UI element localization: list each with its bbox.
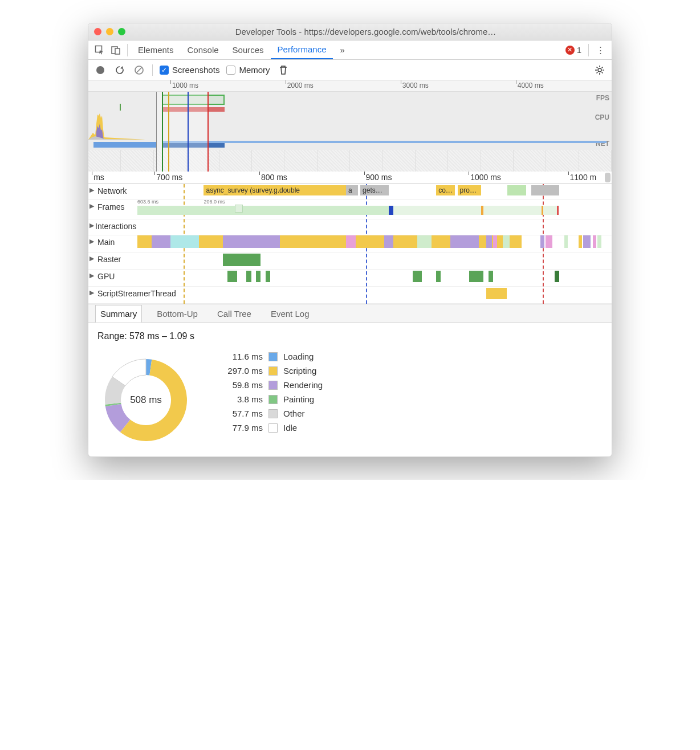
scrollbar-thumb[interactable] [605, 173, 611, 182]
tab-summary[interactable]: Summary [95, 305, 142, 323]
flame-chunk[interactable] [493, 235, 497, 248]
track-main[interactable]: ▶Main [88, 235, 612, 252]
close-window-button[interactable] [94, 28, 101, 35]
tab-event-log[interactable]: Event Log [266, 305, 314, 322]
track-network[interactable]: ▶Network async_survey (survey.g.doubleag… [88, 184, 612, 200]
overview-selection[interactable] [156, 92, 209, 172]
reload-button[interactable] [113, 64, 126, 76]
track-gpu[interactable]: ▶GPU [88, 270, 612, 287]
disclosure-icon[interactable]: ▶ [89, 186, 96, 194]
checkbox-icon [226, 66, 235, 75]
flame-chunk[interactable] [489, 235, 493, 248]
window-title: Developer Tools - https://developers.goo… [125, 27, 606, 36]
flame-chunk[interactable] [346, 235, 356, 248]
disclosure-icon[interactable]: ▶ [89, 238, 96, 245]
legend-value: 77.9 ms [217, 423, 263, 433]
network-request-bar[interactable]: co… [436, 185, 455, 195]
network-request-bar[interactable] [507, 185, 526, 195]
overview-timeline[interactable]: 1000 ms 2000 ms 3000 ms 4000 ms FPS CPU … [88, 80, 612, 172]
screenshots-label: Screenshots [172, 65, 219, 75]
flame-chunk[interactable] [579, 235, 583, 248]
garbage-collect-button[interactable] [277, 64, 290, 76]
legend-row: 77.9 msIdle [217, 423, 323, 433]
flame-chunk[interactable] [199, 235, 223, 248]
track-label: ScriptStreamerThread [97, 289, 176, 298]
window-controls [94, 28, 125, 35]
legend-swatch [268, 409, 278, 418]
track-script-streamer[interactable]: ▶ScriptStreamerThread [88, 287, 612, 304]
network-request-bar[interactable]: gets… [360, 185, 389, 195]
inspect-element-icon[interactable] [92, 42, 108, 58]
flame-chunk[interactable] [593, 235, 597, 248]
summary-panel: Range: 578 ms – 1.09 s 508 ms 11.6 msLoa… [88, 323, 612, 456]
disclosure-icon[interactable]: ▶ [89, 255, 96, 262]
flame-chunk[interactable] [223, 235, 280, 248]
flame-chunk[interactable] [479, 235, 486, 248]
flame-chunk[interactable] [137, 235, 152, 248]
flame-chunk[interactable] [417, 235, 432, 248]
legend-value: 297.0 ms [217, 366, 263, 376]
flame-chunk[interactable] [432, 235, 450, 248]
flame-chunk[interactable] [170, 235, 199, 248]
settings-gear-icon[interactable] [593, 64, 606, 76]
flame-chunk[interactable] [384, 235, 394, 248]
minimize-window-button[interactable] [106, 28, 113, 35]
tab-elements[interactable]: Elements [131, 40, 181, 59]
ruler-tick: 800 ms [261, 173, 287, 182]
summary-legend: 11.6 msLoading297.0 msScripting59.8 msRe… [217, 352, 323, 433]
error-count-badge[interactable]: ✕ 1 [565, 45, 581, 55]
flame-chunk[interactable] [540, 235, 544, 248]
detail-ruler[interactable]: ms 700 ms 800 ms 900 ms 1000 ms 1100 m [88, 172, 612, 184]
flame-chunk[interactable] [546, 235, 552, 248]
ruler-unit: ms [93, 173, 104, 182]
disclosure-icon[interactable]: ▶ [89, 202, 96, 210]
legend-label: Other [283, 409, 305, 418]
devtools-tabstrip: Elements Console Sources Performance » ✕… [88, 40, 612, 60]
device-toolbar-icon[interactable] [108, 42, 124, 58]
error-icon: ✕ [565, 46, 575, 55]
flame-chunk[interactable] [152, 235, 170, 248]
network-request-bar[interactable]: pro… [458, 185, 482, 195]
network-request-bar[interactable]: a [346, 185, 358, 195]
flame-chunk[interactable] [512, 235, 516, 248]
flame-chunk[interactable] [393, 235, 417, 248]
flame-chunk[interactable] [503, 235, 510, 248]
marker-line [207, 92, 209, 172]
frame-time-badge: 603.6 ms [137, 200, 158, 205]
track-interactions[interactable]: ▶Interactions [88, 219, 612, 235]
screenshots-checkbox[interactable]: ✓ Screenshots [160, 65, 219, 75]
clear-button[interactable] [133, 64, 145, 76]
kebab-menu-icon[interactable]: ⋮ [592, 42, 608, 58]
tab-console[interactable]: Console [181, 40, 226, 59]
track-label: Raster [97, 255, 121, 264]
legend-row: 11.6 msLoading [217, 352, 323, 361]
flame-chunk[interactable] [583, 235, 590, 248]
ruler-tick: 700 ms [156, 173, 182, 182]
track-raster[interactable]: ▶Raster [88, 252, 612, 270]
ruler-tick: 2000 ms [287, 81, 314, 89]
disclosure-icon[interactable]: ▶ [89, 222, 94, 229]
network-request-bar[interactable] [531, 185, 560, 195]
record-button[interactable] [94, 64, 107, 76]
flame-chunk[interactable] [356, 235, 384, 248]
divider [588, 44, 589, 56]
tab-sources[interactable]: Sources [226, 40, 271, 59]
tab-call-tree[interactable]: Call Tree [213, 305, 256, 322]
tabs-overflow[interactable]: » [333, 40, 351, 59]
disclosure-icon[interactable]: ▶ [89, 272, 96, 279]
memory-checkbox[interactable]: Memory [226, 65, 270, 75]
flame-chunk[interactable] [564, 235, 568, 248]
flame-chunk[interactable] [299, 235, 346, 248]
flame-chunk[interactable] [597, 235, 601, 248]
flame-chart-tracks[interactable]: ▶Network async_survey (survey.g.doubleag… [88, 184, 612, 304]
flame-chunk[interactable] [280, 235, 299, 248]
marker-line [188, 92, 189, 172]
svg-line-4 [136, 67, 142, 73]
network-request-bar[interactable]: async_survey (survey.g.double [204, 185, 346, 195]
tab-bottom-up[interactable]: Bottom-Up [152, 305, 202, 322]
tab-performance[interactable]: Performance [271, 40, 333, 59]
frame-time-badge: 206.0 ms [204, 200, 225, 205]
track-frames[interactable]: ▶Frames 603.6 ms 206.0 ms [88, 200, 612, 219]
disclosure-icon[interactable]: ▶ [89, 289, 96, 296]
zoom-window-button[interactable] [118, 28, 125, 35]
